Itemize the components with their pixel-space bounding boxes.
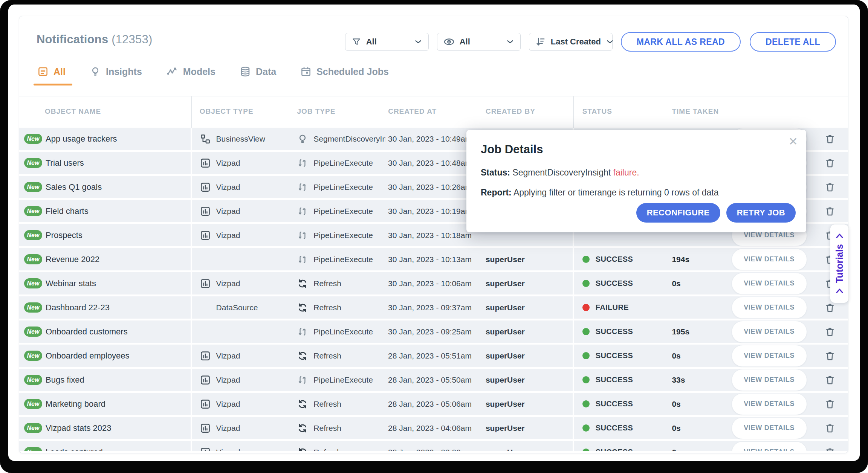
object-name: Bugs fixed bbox=[46, 375, 84, 385]
new-badge: New bbox=[24, 302, 42, 313]
trash-icon[interactable] bbox=[823, 156, 837, 170]
view-details-button[interactable]: VIEW DETAILS bbox=[732, 273, 807, 294]
new-badge: New bbox=[24, 254, 42, 264]
close-icon[interactable]: ✕ bbox=[789, 136, 798, 147]
trash-icon[interactable] bbox=[823, 445, 837, 451]
status-label: SUCCESS bbox=[596, 255, 633, 264]
object-name: Dashboard 22-23 bbox=[46, 303, 110, 313]
modal-report-label: Report: bbox=[481, 188, 512, 197]
column-header-object-name: OBJECT NAME bbox=[19, 107, 191, 116]
view-details-button[interactable]: VIEW DETAILS bbox=[732, 249, 807, 270]
status-label: SUCCESS bbox=[596, 351, 633, 360]
object-type-icon bbox=[200, 182, 211, 193]
trash-icon[interactable] bbox=[823, 373, 837, 387]
funnel-icon bbox=[351, 37, 361, 47]
job-type: PipeLineExecute bbox=[313, 231, 373, 240]
object-name: Field charts bbox=[46, 206, 89, 216]
modal-actions: RECONFIGURE RETRY JOB bbox=[636, 203, 796, 223]
modal-report-text: Applying filter or timerange is returnin… bbox=[513, 188, 719, 197]
table-row: New Leads captured Vizpad Refresh 28 Jan… bbox=[19, 441, 848, 451]
status-dot bbox=[582, 328, 590, 335]
column-divider bbox=[573, 96, 574, 128]
modal-status-label: Status: bbox=[481, 168, 510, 177]
view-details-button[interactable]: VIEW DETAILS bbox=[732, 297, 807, 319]
status-dot bbox=[582, 376, 590, 383]
job-type: SegmentDiscoveryInsight bbox=[313, 134, 385, 143]
tab-scheduled-jobs[interactable]: Scheduled Jobs bbox=[300, 66, 393, 85]
table-row: New Vizpad stats 2023 Vizpad Refresh 28 … bbox=[19, 417, 848, 439]
view-details-button[interactable]: VIEW DETAILS bbox=[732, 345, 807, 367]
tabs: AllInsightsModelsDataScheduled Jobs bbox=[37, 66, 393, 85]
trash-icon[interactable] bbox=[823, 180, 837, 194]
new-badge: New bbox=[24, 182, 42, 192]
object-type-icon bbox=[200, 374, 211, 386]
table-row: New Onboarded customers PipeLineExecute … bbox=[19, 320, 848, 343]
visibility-filter-dropdown[interactable]: All bbox=[437, 33, 521, 51]
object-name: Sales Q1 goals bbox=[46, 182, 102, 192]
new-badge: New bbox=[24, 399, 42, 409]
created-by: superUser bbox=[483, 303, 573, 312]
sort-value: Last Created bbox=[551, 37, 601, 47]
object-type-icon bbox=[200, 398, 211, 410]
trash-icon[interactable] bbox=[823, 349, 837, 363]
job-type: Refresh bbox=[313, 448, 341, 451]
trash-icon[interactable] bbox=[823, 397, 837, 411]
time-taken: 0s bbox=[668, 400, 727, 409]
job-type: Refresh bbox=[313, 303, 341, 312]
column-header-job-type: JOB TYPE bbox=[291, 107, 385, 116]
job-type: PipeLineExecute bbox=[313, 375, 373, 385]
object-type: Vizpad bbox=[216, 424, 240, 433]
tab-models[interactable]: Models bbox=[165, 66, 220, 85]
tutorials-tab[interactable]: Tutorials bbox=[830, 224, 848, 303]
created-at: 30 Jan, 2023 - 10:06am bbox=[385, 279, 483, 288]
app-screen: Notifications (12353) All All Last Creat… bbox=[8, 5, 860, 461]
job-type-icon bbox=[297, 302, 308, 313]
sort-dropdown[interactable]: Last Created bbox=[529, 33, 613, 51]
trash-icon[interactable] bbox=[823, 132, 837, 146]
job-details-modal: ✕ Job Details Status: SegmentDiscoveryIn… bbox=[466, 130, 806, 232]
view-details-button[interactable]: VIEW DETAILS bbox=[732, 369, 807, 391]
new-badge: New bbox=[24, 423, 42, 433]
tab-insights[interactable]: Insights bbox=[89, 66, 147, 85]
modal-status-text: SegmentDiscoveryInsight bbox=[512, 168, 611, 177]
trash-icon[interactable] bbox=[823, 204, 837, 218]
status-label: FAILURE bbox=[596, 303, 629, 312]
created-by: superUser bbox=[483, 279, 573, 288]
object-name: Onboarded employees bbox=[46, 351, 130, 361]
object-name: Trial users bbox=[46, 158, 84, 168]
table-row: New Dashboard 22-23 DataSource Refresh 3… bbox=[19, 296, 848, 319]
created-at: 30 Jan, 2023 - 09:25am bbox=[385, 327, 483, 336]
chevron-down-icon bbox=[606, 38, 614, 46]
tab-label: Models bbox=[183, 66, 215, 77]
new-badge: New bbox=[24, 158, 42, 168]
trash-icon[interactable] bbox=[823, 325, 837, 339]
time-taken: 33s bbox=[668, 375, 727, 385]
modal-status-line: Status: SegmentDiscoveryInsight failure. bbox=[481, 168, 790, 178]
column-header-status: STATUS bbox=[573, 107, 669, 116]
column-divider bbox=[191, 96, 192, 128]
delete-all-button[interactable]: DELETE ALL bbox=[750, 32, 836, 52]
notification-count: (12353) bbox=[112, 33, 152, 46]
new-badge: New bbox=[24, 278, 42, 288]
chevron-down-icon bbox=[414, 38, 422, 46]
job-type: Refresh bbox=[313, 351, 341, 360]
view-details-button[interactable]: VIEW DETAILS bbox=[732, 393, 807, 415]
trash-icon[interactable] bbox=[823, 421, 837, 435]
created-by: superUser bbox=[483, 327, 573, 336]
type-filter-dropdown[interactable]: All bbox=[345, 33, 429, 51]
created-at: 28 Jan, 2023 - 05:06am bbox=[385, 400, 483, 409]
status-label: SUCCESS bbox=[596, 327, 633, 336]
object-type: Vizpad bbox=[216, 400, 240, 409]
retry-job-button[interactable]: RETRY JOB bbox=[726, 203, 796, 223]
mark-all-as-read-button[interactable]: MARK ALL AS READ bbox=[621, 32, 741, 52]
view-details-button[interactable]: VIEW DETAILS bbox=[732, 417, 807, 439]
created-at: 28 Jan, 2023 - 05:50am bbox=[385, 375, 483, 385]
reconfigure-button[interactable]: RECONFIGURE bbox=[636, 203, 720, 223]
view-details-button[interactable]: VIEW DETAILS bbox=[732, 441, 807, 451]
view-details-button[interactable]: VIEW DETAILS bbox=[732, 321, 807, 343]
tab-data[interactable]: Data bbox=[239, 66, 281, 85]
eye-icon bbox=[443, 36, 455, 47]
job-type: PipeLineExecute bbox=[313, 183, 373, 192]
tab-all[interactable]: All bbox=[37, 66, 70, 85]
column-header-created-by: CREATED BY bbox=[483, 107, 573, 116]
